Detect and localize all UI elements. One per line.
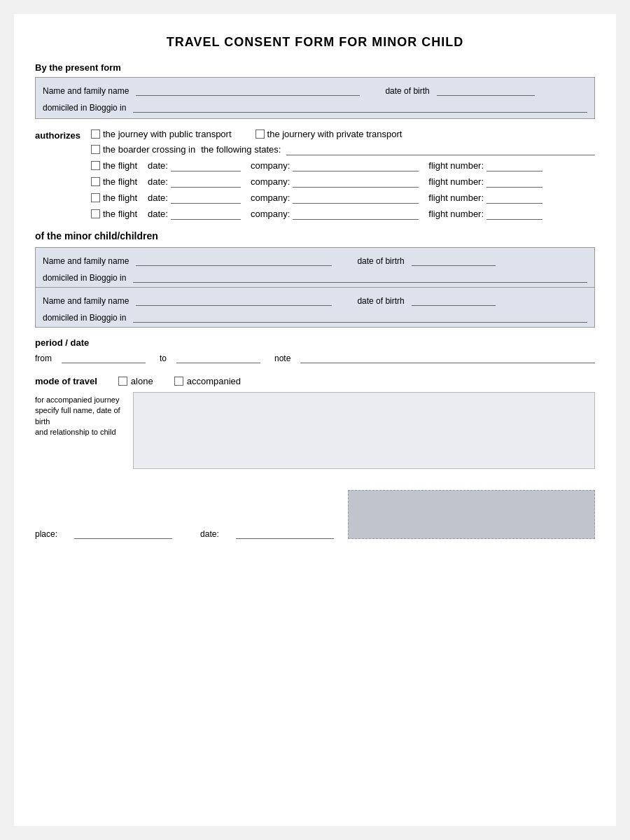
flight3-company-label: company: <box>251 192 290 203</box>
boarder-crossing-checkbox[interactable] <box>91 145 100 154</box>
accompanied-label: accompanied <box>187 376 241 386</box>
authorizes-label: authorizes <box>35 129 91 141</box>
child2-domicile-input[interactable] <box>133 310 587 323</box>
alone-checkbox[interactable] <box>118 377 127 386</box>
child1-dob-label: date of birtrh <box>357 256 404 266</box>
accompanied-textarea[interactable] <box>133 392 595 469</box>
authorizes-section: authorizes the journey with public trans… <box>35 129 595 223</box>
date-label: date: <box>200 529 219 539</box>
flight4-number-input[interactable] <box>486 207 542 220</box>
alone-label: alone <box>131 376 153 386</box>
child1-domicile-label: domiciled in Bioggio in <box>43 273 126 283</box>
flight2-date-input[interactable] <box>171 175 241 188</box>
mode-label: mode of travel <box>35 376 97 386</box>
note-label: note <box>274 354 290 363</box>
flight4-label: the flight <box>103 209 145 219</box>
child2-domicile-label: domiciled in Bioggio in <box>43 313 126 323</box>
flight4-company-label: company: <box>251 209 290 219</box>
flight1-number-input[interactable] <box>486 159 542 172</box>
parent-domicile-label: domiciled in Bioggio in <box>43 103 126 113</box>
flight1-label: the flight <box>103 160 145 171</box>
minor-children-box: Name and family name date of birtrh domi… <box>35 247 595 328</box>
from-input[interactable] <box>62 351 146 363</box>
flight4-company-input[interactable] <box>293 207 419 220</box>
flight3-number-label: flight number: <box>428 192 484 203</box>
flight1-date-label: date: <box>148 160 168 171</box>
to-label: to <box>160 354 167 363</box>
flight1-company-label: company: <box>251 160 290 171</box>
from-label: from <box>35 354 52 363</box>
child2-dob-label: date of birtrh <box>357 296 404 306</box>
flight4-checkbox[interactable] <box>91 209 100 218</box>
accompanied-option: accompanied <box>174 376 241 386</box>
child2-section: Name and family name date of birtrh domi… <box>36 288 594 327</box>
page-title: TRAVEL CONSENT FORM FOR MINOR CHILD <box>35 35 595 50</box>
flight3-date-label: date: <box>148 192 168 203</box>
child2-name-input[interactable] <box>136 293 332 306</box>
flight-row-2: the flight date: company: flight number: <box>91 175 595 188</box>
boarder-crossing-label: the boarder crossing in <box>103 144 195 155</box>
parent-name-label: Name and family name <box>43 86 129 96</box>
flight1-company-input[interactable] <box>293 159 419 172</box>
flight2-number-input[interactable] <box>486 175 542 188</box>
flight4-date-input[interactable] <box>171 207 241 220</box>
accompanied-box: for accompanied journeyspecify full name… <box>35 392 595 469</box>
child1-domicile-input[interactable] <box>133 270 587 283</box>
parent-dob-label: date of birth <box>385 86 429 96</box>
minor-section-label: of the minor child/children <box>35 230 595 241</box>
flight3-number-input[interactable] <box>486 191 542 204</box>
parent-domicile-input[interactable] <box>133 100 587 113</box>
parent-info-box: Name and family name date of birth domic… <box>35 77 595 119</box>
mode-section: mode of travel alone accompanied for acc… <box>35 376 595 469</box>
flight3-checkbox[interactable] <box>91 193 100 202</box>
flight2-date-label: date: <box>148 176 168 187</box>
flight2-number-label: flight number: <box>428 176 484 187</box>
date-input[interactable] <box>236 526 334 539</box>
child2-dob-input[interactable] <box>412 293 496 306</box>
place-label: place: <box>35 529 57 539</box>
child1-name-input[interactable] <box>136 253 332 266</box>
flight4-date-label: date: <box>148 209 168 219</box>
accompanied-checkbox[interactable] <box>174 377 183 386</box>
private-transport-checkbox[interactable] <box>255 130 265 139</box>
flight2-company-label: company: <box>251 176 290 187</box>
bottom-section: place: date: <box>35 490 595 539</box>
flight1-date-input[interactable] <box>171 159 241 172</box>
note-input[interactable] <box>300 351 595 363</box>
period-label: period / date <box>35 337 595 348</box>
flight2-label: the flight <box>103 176 145 187</box>
flight-row-3: the flight date: company: flight number: <box>91 191 595 204</box>
public-transport-label: the journey with public transport <box>103 129 232 139</box>
flight4-number-label: flight number: <box>428 209 484 219</box>
states-input[interactable] <box>286 143 595 155</box>
signature-box <box>348 490 595 539</box>
flight1-number-label: flight number: <box>428 160 484 171</box>
authorizes-content: the journey with public transport the jo… <box>91 129 595 223</box>
child1-dob-input[interactable] <box>412 253 496 266</box>
private-transport-label: the journery with private transport <box>267 129 402 139</box>
accompanied-description: for accompanied journeyspecify full name… <box>35 392 126 469</box>
public-transport-checkbox[interactable] <box>91 130 100 139</box>
flight2-checkbox[interactable] <box>91 177 100 186</box>
flight-row-4: the flight date: company: flight number: <box>91 207 595 220</box>
flight3-company-input[interactable] <box>293 191 419 204</box>
to-input[interactable] <box>176 351 260 363</box>
parent-dob-input[interactable] <box>437 83 535 96</box>
period-section: period / date from to note <box>35 337 595 363</box>
flight3-date-input[interactable] <box>171 191 241 204</box>
flight3-label: the flight <box>103 192 145 203</box>
child2-name-label: Name and family name <box>43 296 129 306</box>
following-states-label: the following states: <box>201 144 281 155</box>
flight-row-1: the flight date: company: flight number: <box>91 159 595 172</box>
alone-option: alone <box>118 376 153 386</box>
parent-name-input[interactable] <box>136 83 360 96</box>
place-input[interactable] <box>74 526 172 539</box>
present-form-label: By the present form <box>35 62 595 73</box>
flight2-company-input[interactable] <box>293 175 419 188</box>
flight1-checkbox[interactable] <box>91 161 100 170</box>
child1-name-label: Name and family name <box>43 256 129 266</box>
child1-section: Name and family name date of birtrh domi… <box>36 248 594 287</box>
